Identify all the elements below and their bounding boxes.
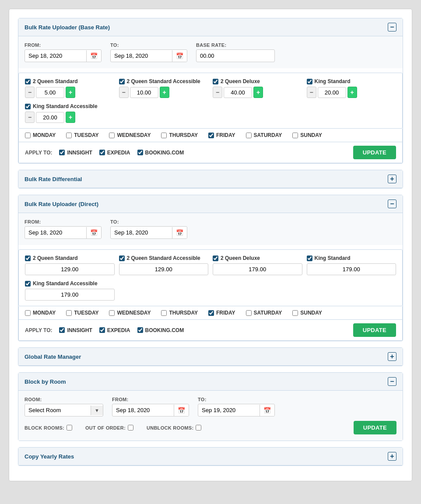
direct-booking-checkbox[interactable] bbox=[137, 327, 143, 333]
apply-expedia[interactable]: EXPEDIA bbox=[99, 150, 130, 156]
day-thursday[interactable]: THURSDAY bbox=[161, 132, 198, 138]
direct-to-date-input[interactable]: Sep 18, 2020 bbox=[111, 227, 172, 238]
direct-innsight-checkbox[interactable] bbox=[59, 327, 65, 333]
copy-yearly-header[interactable]: Copy Yearly Rates + bbox=[18, 448, 403, 466]
block-room-select[interactable]: Select Room bbox=[25, 404, 91, 416]
direct-day-monday[interactable]: MONDAY bbox=[25, 310, 56, 316]
direct-day-friday[interactable]: FRIDAY bbox=[208, 310, 235, 316]
global-rate-toggle[interactable]: + bbox=[388, 352, 396, 361]
bulk-direct-header[interactable]: Bulk Rate Uploader (Direct) − bbox=[18, 195, 403, 213]
block-rooms-checkbox[interactable] bbox=[67, 425, 72, 430]
direct-apply-booking[interactable]: BOOKING.COM bbox=[137, 327, 184, 333]
direct-update-btn[interactable]: UPDATE bbox=[353, 323, 396, 337]
direct-room-3-checkbox[interactable] bbox=[213, 256, 218, 261]
bulk-differential-toggle[interactable]: + bbox=[388, 175, 396, 183]
direct-room-5-input[interactable] bbox=[25, 289, 115, 301]
room-3-label[interactable]: 2 Queen Deluxe bbox=[213, 78, 302, 84]
monday-checkbox[interactable] bbox=[25, 133, 31, 138]
room-1-checkbox[interactable] bbox=[25, 79, 31, 84]
direct-wednesday-checkbox[interactable] bbox=[109, 310, 115, 316]
direct-expedia-checkbox[interactable] bbox=[99, 327, 105, 333]
friday-checkbox[interactable] bbox=[208, 133, 214, 138]
room-4-label[interactable]: King Standard bbox=[307, 78, 396, 84]
direct-room-1-input[interactable] bbox=[25, 263, 115, 275]
bulk-base-rate-toggle[interactable]: − bbox=[388, 23, 396, 32]
room-1-value-input[interactable] bbox=[36, 87, 64, 98]
day-sunday[interactable]: SUNDAY bbox=[292, 132, 322, 138]
block-update-btn[interactable]: UPDATE bbox=[354, 421, 396, 434]
room-3-checkbox[interactable] bbox=[213, 79, 218, 84]
apply-booking[interactable]: BOOKING.COM bbox=[137, 150, 184, 156]
room-4-value-input[interactable] bbox=[318, 87, 346, 98]
saturday-checkbox[interactable] bbox=[246, 133, 252, 138]
room-1-label[interactable]: 2 Queen Standard bbox=[25, 78, 115, 84]
room-2-value-input[interactable] bbox=[130, 87, 158, 98]
base-rate-input[interactable]: 00.00 bbox=[196, 49, 275, 62]
copy-yearly-toggle[interactable]: + bbox=[388, 452, 396, 461]
day-wednesday[interactable]: WEDNESDAY bbox=[109, 132, 151, 138]
block-by-room-header[interactable]: Block by Room − bbox=[18, 373, 403, 391]
global-rate-header[interactable]: Global Rate Manager + bbox=[18, 348, 403, 366]
direct-room-3-label[interactable]: 2 Queen Deluxe bbox=[213, 255, 302, 261]
direct-apply-expedia[interactable]: EXPEDIA bbox=[99, 327, 130, 333]
direct-room-2-checkbox[interactable] bbox=[119, 256, 125, 261]
direct-day-tuesday[interactable]: TUESDAY bbox=[66, 310, 98, 316]
unblock-rooms-item[interactable]: UNBLOCK ROOMS: bbox=[147, 425, 201, 430]
room-4-minus-btn[interactable]: − bbox=[307, 87, 316, 98]
direct-room-1-checkbox[interactable] bbox=[25, 256, 31, 261]
direct-day-thursday[interactable]: THURSDAY bbox=[161, 310, 198, 316]
to-date-input[interactable]: Sep 18, 2020 bbox=[111, 50, 172, 62]
expedia-checkbox[interactable] bbox=[99, 150, 105, 155]
direct-day-sunday[interactable]: SUNDAY bbox=[292, 310, 322, 316]
room-5-checkbox[interactable] bbox=[25, 104, 31, 109]
room-3-plus-btn[interactable]: + bbox=[253, 87, 263, 98]
wednesday-checkbox[interactable] bbox=[109, 133, 115, 138]
room-2-checkbox[interactable] bbox=[119, 79, 125, 84]
block-to-date-input[interactable]: Sep 19, 2020 bbox=[198, 404, 260, 416]
room-5-minus-btn[interactable]: − bbox=[25, 112, 35, 123]
out-of-order-item[interactable]: OUT OF ORDER: bbox=[85, 425, 133, 430]
booking-checkbox[interactable] bbox=[137, 150, 143, 155]
direct-room-4-input[interactable] bbox=[307, 263, 396, 275]
direct-apply-innsight[interactable]: INNSIGHT bbox=[59, 327, 92, 333]
room-4-plus-btn[interactable]: + bbox=[347, 87, 357, 98]
room-1-plus-btn[interactable]: + bbox=[66, 87, 75, 98]
direct-saturday-checkbox[interactable] bbox=[246, 310, 252, 316]
direct-tuesday-checkbox[interactable] bbox=[66, 310, 72, 316]
block-by-room-toggle[interactable]: − bbox=[388, 377, 396, 386]
tuesday-checkbox[interactable] bbox=[66, 133, 72, 138]
out-of-order-checkbox[interactable] bbox=[128, 425, 133, 430]
room-5-label[interactable]: King Standard Accessible bbox=[25, 103, 115, 109]
direct-thursday-checkbox[interactable] bbox=[161, 310, 167, 316]
direct-monday-checkbox[interactable] bbox=[25, 310, 31, 316]
direct-friday-checkbox[interactable] bbox=[208, 310, 214, 316]
room-5-value-input[interactable] bbox=[36, 112, 64, 123]
direct-from-date-input[interactable]: Sep 18, 2020 bbox=[25, 227, 86, 238]
block-from-calendar-icon[interactable]: 📅 bbox=[174, 405, 189, 416]
direct-room-5-checkbox[interactable] bbox=[25, 281, 31, 287]
direct-to-calendar-icon[interactable]: 📅 bbox=[172, 227, 187, 238]
block-rooms-item[interactable]: BLOCK ROOMS: bbox=[25, 425, 72, 430]
block-from-date-input[interactable]: Sep 18, 2020 bbox=[112, 404, 174, 416]
room-4-checkbox[interactable] bbox=[307, 79, 312, 84]
direct-room-2-input[interactable] bbox=[119, 263, 209, 275]
room-2-plus-btn[interactable]: + bbox=[160, 87, 169, 98]
room-2-label[interactable]: 2 Queen Standard Accessible bbox=[119, 78, 209, 84]
day-friday[interactable]: FRIDAY bbox=[208, 132, 235, 138]
room-3-minus-btn[interactable]: − bbox=[213, 87, 222, 98]
thursday-checkbox[interactable] bbox=[161, 133, 167, 138]
direct-sunday-checkbox[interactable] bbox=[292, 310, 298, 316]
bulk-base-rate-header[interactable]: Bulk Rate Uploader (Base Rate) − bbox=[18, 18, 403, 36]
bulk-direct-toggle[interactable]: − bbox=[388, 200, 396, 208]
unblock-rooms-checkbox[interactable] bbox=[196, 425, 201, 430]
sunday-checkbox[interactable] bbox=[292, 133, 298, 138]
room-5-plus-btn[interactable]: + bbox=[66, 112, 75, 123]
room-1-minus-btn[interactable]: − bbox=[25, 87, 35, 98]
apply-innsight[interactable]: INNSIGHT bbox=[59, 150, 92, 156]
direct-day-saturday[interactable]: SATURDAY bbox=[246, 310, 282, 316]
direct-day-wednesday[interactable]: WEDNESDAY bbox=[109, 310, 151, 316]
direct-room-1-label[interactable]: 2 Queen Standard bbox=[25, 255, 115, 261]
room-3-value-input[interactable] bbox=[224, 87, 252, 98]
from-calendar-icon[interactable]: 📅 bbox=[86, 50, 101, 62]
direct-room-4-checkbox[interactable] bbox=[307, 256, 312, 261]
